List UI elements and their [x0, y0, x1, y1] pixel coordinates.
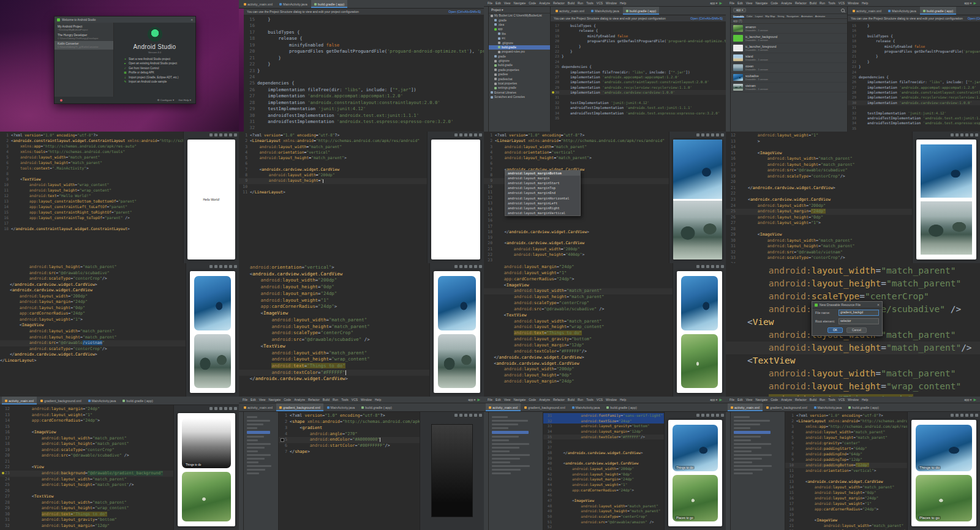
code-line[interactable]: 10 android:layout_width="wrap_content"	[0, 182, 183, 188]
code-line[interactable]: 23}	[848, 64, 980, 69]
resource-tab-color[interactable]: Color	[747, 15, 753, 18]
welcome-action-plus[interactable]: +Start a new Android Studio project	[124, 58, 179, 61]
theme-icon[interactable]	[479, 265, 482, 268]
code-line[interactable]: 15 android:layout_height="0dp"	[785, 490, 907, 496]
code-editor[interactable]: 15 }1617 buildTypes {18 release {19 mini…	[244, 15, 484, 132]
code-line[interactable]: 19 android:scaleType="centerCrop"	[0, 447, 173, 453]
project-tree-row[interactable]: gradlew	[489, 72, 550, 77]
tab-mainactivity-java[interactable]: MainActivity.java	[588, 7, 622, 15]
run-config-box[interactable]: app ▾▶	[964, 1, 976, 5]
device-icon[interactable]	[474, 265, 477, 268]
code-line[interactable]: 41 android:layout_width="200dp"	[543, 466, 664, 472]
tab-build-gradle-app-[interactable]: build.gradle (:app)	[845, 403, 881, 411]
code-line[interactable]: android:src="@drawable/vietnam"	[0, 340, 186, 346]
code-line[interactable]: 34 android:layout_margin="12dp"	[543, 429, 664, 435]
resource-tab-drawable[interactable]: Drawable	[733, 15, 744, 18]
cancel-button[interactable]: Cancel	[846, 327, 867, 333]
code-line[interactable]: 8	[0, 171, 183, 177]
code-line[interactable]: 11</LinearLayout>	[239, 190, 427, 195]
code-line[interactable]: 1<?xml version="1.0" encoding="utf-8"?>	[484, 133, 669, 138]
menu-item-window[interactable]: Window	[848, 1, 859, 5]
code-line[interactable]: 19 android:scaleType="centerCrop"/>	[726, 174, 912, 180]
code-line[interactable]: 15 <ImageView	[726, 151, 912, 157]
refresh-icon[interactable]	[469, 414, 472, 417]
code-line[interactable]: 33 androidTestImplementation 'androidx.t…	[551, 105, 726, 110]
code-line[interactable]: app:cardCornerRadius="24dp">	[484, 277, 673, 283]
code-line[interactable]: </androidx.cardview.widget.CardView>	[239, 376, 429, 383]
code-line[interactable]: 17	[0, 221, 183, 226]
code-line[interactable]: 32 testImplementation 'junit:junit:4.12'	[551, 100, 726, 105]
code-line[interactable]: android:layout_width="200dp"	[484, 367, 673, 373]
menu-item-build[interactable]: Build	[568, 398, 575, 401]
code-line[interactable]: <ImageView	[484, 283, 673, 289]
code-line[interactable]: 17 android:layout_weight="1"	[785, 501, 907, 507]
tab-mainactivity-java[interactable]: MainActivity.java	[885, 7, 919, 15]
design-surface-phone[interactable]	[673, 140, 722, 259]
code-line[interactable]: android:layout_height="match_parent"/>	[726, 342, 980, 354]
code-line[interactable]: 18 release {	[848, 39, 980, 43]
code-line[interactable]: 33 android:scaleType="centerCrop"/>	[726, 255, 912, 261]
project-pane-header[interactable]: Project ▾	[489, 7, 550, 13]
left-panel-list[interactable]	[731, 412, 785, 530]
menu-item-navigate[interactable]: Navigate	[268, 398, 281, 401]
code-line[interactable]: 3 android:layout_width="match_parent"	[484, 144, 669, 150]
code-line[interactable]: 20 <ImageView	[785, 518, 907, 523]
code-line[interactable]: 17 buildTypes {	[244, 29, 484, 35]
menu-item-edit[interactable]: Edit	[737, 1, 743, 5]
code-line[interactable]: android:scaleType="centerCrop"	[484, 300, 673, 307]
code-line[interactable]: android:scaleType="centerCrop"/>	[0, 346, 186, 353]
code-line[interactable]: 20 proguardFiles getDefaultProguardFile(…	[848, 49, 980, 54]
project-tree-row[interactable]: libs	[489, 32, 550, 36]
code-line[interactable]: 32 android:layout_margin="12dp"	[0, 523, 173, 529]
code-line[interactable]: 18 </androidx.cardview.widget.CardView>	[484, 230, 669, 235]
project-tree-row[interactable]: .gradle	[489, 18, 550, 22]
menu-item-file[interactable]: File	[729, 1, 734, 5]
run-button[interactable]: ▶	[719, 1, 722, 5]
run-config-label[interactable]: app ▾	[710, 1, 717, 5]
code-line[interactable]: 11 android:orientation="vertical">	[785, 468, 907, 474]
code-line[interactable]: 32 android:textSize="24sp"	[543, 419, 664, 424]
code-line[interactable]: 4 android:orientation="vertical"	[239, 150, 427, 155]
code-line[interactable]: 35 android:textColor="#FFFFFF"/>	[543, 435, 664, 440]
code-line[interactable]: 15 app:layout_constraintRight_toRightOf=…	[0, 210, 183, 215]
code-line[interactable]: 4 android:angle="270"	[279, 431, 420, 438]
code-line[interactable]: 18 release {	[551, 28, 726, 33]
menu-item-help[interactable]: Help	[862, 398, 868, 401]
dialog-field-input[interactable]: selector	[839, 318, 879, 324]
menu-item-view[interactable]: View	[746, 1, 753, 5]
code-line[interactable]: 28 android:layout_width="match_parent"	[0, 500, 173, 506]
code-line[interactable]: 15	[0, 424, 173, 430]
code-line[interactable]: 2<LinearLayout xmlns:android="http://sch…	[239, 138, 427, 144]
code-line[interactable]: 31 android:layout_height="match_parent"	[726, 244, 912, 250]
theme-icon[interactable]	[975, 133, 978, 136]
code-line[interactable]: 29 <ImageView	[726, 232, 912, 238]
menu-item-window[interactable]: Window	[606, 398, 617, 401]
menu-item-navigate[interactable]: Navigate	[513, 1, 526, 5]
resource-group-header[interactable]: app (7)	[731, 19, 847, 24]
code-line[interactable]: 4 xmlns:tools="http://schemas.android.co…	[0, 149, 183, 155]
project-tree-row[interactable]: settings.gradle	[489, 86, 550, 90]
code-line[interactable]: 36	[543, 439, 664, 445]
menu-item-analyze[interactable]: Analyze	[781, 398, 792, 401]
design-view-icon[interactable]	[454, 414, 458, 417]
project-tree-row[interactable]: gradle.properties	[489, 68, 550, 72]
code-line[interactable]: 31	[551, 95, 726, 100]
code-line[interactable]: 28 implementation 'androidx.constraintla…	[244, 100, 484, 106]
project-tree-row[interactable]: .gitignore	[489, 59, 550, 63]
code-line[interactable]: 33 android:layout_gravity="bottom"	[543, 424, 664, 429]
code-line[interactable]: 13 app:layout_constraintBottom_toBottomO…	[0, 199, 183, 204]
design-view-icon[interactable]	[454, 265, 458, 268]
device-icon[interactable]	[716, 133, 719, 136]
code-line[interactable]: 30 android:text="Things to do"	[0, 512, 173, 518]
menu-item-navigate[interactable]: Navigate	[755, 1, 767, 5]
intention-bulb-icon[interactable]	[552, 91, 554, 94]
module-dropdown[interactable]: app ▾	[733, 8, 746, 12]
tab-mainactivity-java[interactable]: MainActivity.java	[569, 403, 603, 411]
menu-item-run[interactable]: Run	[820, 1, 825, 5]
code-line[interactable]: </androidx.cardview.widget.CardView>	[0, 282, 186, 288]
code-line[interactable]: 10	[239, 184, 427, 190]
code-line[interactable]: 47 <ImageView	[543, 498, 664, 504]
code-line[interactable]: 46	[543, 493, 664, 498]
code-line[interactable]: 32	[244, 125, 484, 131]
code-line[interactable]: android:layout_weight="1"	[484, 271, 673, 277]
